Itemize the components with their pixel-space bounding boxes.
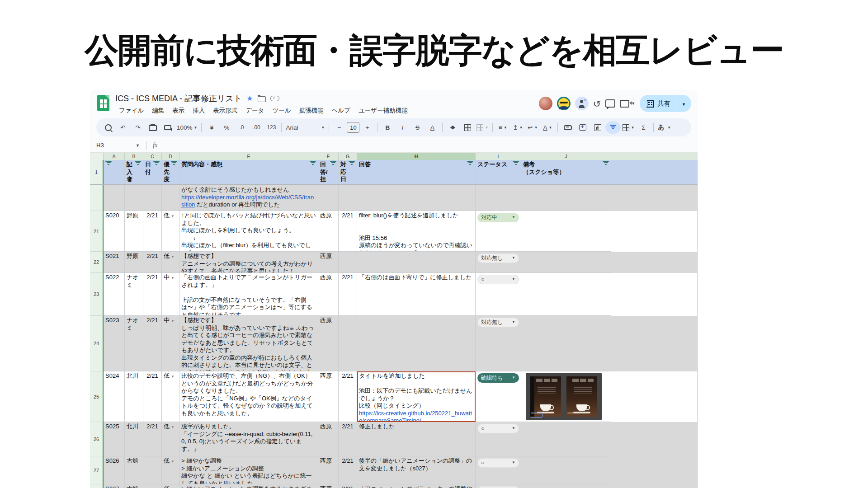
cell-id[interactable] bbox=[104, 185, 125, 211]
cell-owner[interactable]: 西原 bbox=[318, 211, 339, 252]
menu-extensions[interactable]: 拡張機能 bbox=[296, 106, 327, 116]
cell-question[interactable]: 「右側の画面下よりでアニメーションがトリガーされます。」 上記の文が不自然になっ… bbox=[179, 273, 318, 316]
add-comment-icon[interactable] bbox=[576, 121, 590, 134]
cell-answer[interactable] bbox=[357, 252, 476, 273]
vertical-align-icon[interactable]: ↥▼ bbox=[510, 121, 525, 134]
row-number[interactable]: 27 bbox=[90, 456, 104, 484]
row-number[interactable]: 25 bbox=[90, 371, 104, 422]
column-letter[interactable]: J bbox=[521, 153, 611, 160]
search-icon[interactable] bbox=[101, 121, 115, 134]
cell-priority[interactable]: 低▼ bbox=[162, 252, 179, 273]
bold-icon[interactable]: B bbox=[380, 121, 395, 134]
menu-accessibility[interactable]: ユーザー補助機能 bbox=[355, 106, 411, 116]
status-chip[interactable]: ○▼ bbox=[477, 424, 519, 433]
cell-owner[interactable] bbox=[318, 185, 339, 211]
cell-question[interactable]: > 細かいアニメーションの調整をするとさまざまな表現ができます。ここではいくつか… bbox=[179, 484, 318, 488]
cell-question[interactable]: 【感想です】 しっぽり明朝、味があっていいですよね☕ ふわっと出てくる感じがコー… bbox=[179, 316, 318, 371]
cell-date[interactable]: 2/21 bbox=[143, 273, 162, 316]
filter-icon[interactable] bbox=[513, 161, 519, 165]
cell-author[interactable] bbox=[125, 185, 143, 211]
filter-icon[interactable] bbox=[330, 161, 336, 165]
column-header-cell[interactable]: 日付 bbox=[143, 160, 162, 184]
cell-status[interactable]: ○▼ bbox=[476, 456, 521, 484]
cell-done-date[interactable]: 2/21 bbox=[339, 273, 357, 316]
cell-priority[interactable]: 低▼ bbox=[162, 422, 179, 456]
sheets-logo[interactable] bbox=[97, 95, 109, 111]
cell-owner[interactable]: 西原 bbox=[318, 422, 339, 456]
text-rotate-icon[interactable]: A▼ bbox=[540, 121, 555, 134]
column-header-cell[interactable] bbox=[104, 160, 125, 184]
filter-icon[interactable] bbox=[105, 161, 112, 165]
cell-owner[interactable]: 西原 bbox=[318, 252, 339, 273]
increase-font-button[interactable]: + bbox=[360, 121, 374, 134]
decrease-font-button[interactable]: − bbox=[332, 121, 346, 134]
cell-author[interactable]: 古舘 bbox=[125, 484, 143, 488]
column-header-cell[interactable]: 備考 （スクショ等） bbox=[521, 160, 611, 184]
menu-view[interactable]: 表示 bbox=[169, 106, 188, 116]
column-header-cell[interactable]: 質問内容・感想 bbox=[179, 160, 318, 184]
history-icon[interactable]: ↺ bbox=[593, 99, 601, 108]
cell-remarks[interactable] bbox=[521, 422, 611, 456]
cell-answer[interactable]: 「右側のは画面下寄りで」に修正しました bbox=[357, 273, 476, 316]
link-icon[interactable] bbox=[561, 121, 575, 134]
cell-answer[interactable]: 後半の「細かいアニメーションの調整」の文を変更しました（s027） bbox=[357, 456, 476, 484]
filter-icon[interactable] bbox=[171, 161, 177, 165]
cell-author[interactable]: 北川 bbox=[125, 371, 143, 422]
cell-priority[interactable] bbox=[162, 185, 179, 211]
cell-owner[interactable]: 西原 bbox=[318, 371, 339, 422]
cell-done-date[interactable]: 2/21 bbox=[339, 211, 357, 252]
comment-icon[interactable] bbox=[605, 99, 615, 108]
ime-icon[interactable]: あ▼ bbox=[656, 121, 672, 134]
cell-priority[interactable]: 低▼ bbox=[162, 484, 179, 488]
status-chip[interactable]: 確認待ち▼ bbox=[477, 373, 519, 383]
row-number[interactable]: 23 bbox=[90, 273, 104, 316]
cell-date[interactable]: 2/21 bbox=[143, 371, 162, 422]
status-chip[interactable]: ○▼ bbox=[477, 486, 519, 488]
menu-insert[interactable]: 挿入 bbox=[189, 106, 208, 116]
filter-views-icon[interactable]: ▼ bbox=[621, 121, 636, 134]
cell-id[interactable]: S020 bbox=[104, 211, 125, 252]
paint-format-icon[interactable] bbox=[160, 121, 175, 134]
column-header-cell[interactable]: 回答 bbox=[357, 160, 476, 184]
status-chip[interactable]: 対応無し▼ bbox=[477, 253, 519, 263]
cell-id[interactable]: S025 bbox=[104, 422, 125, 456]
cell-id[interactable]: S024 bbox=[104, 371, 125, 422]
sigma-icon[interactable]: Σ bbox=[636, 121, 651, 134]
row-number[interactable]: 28 bbox=[90, 484, 104, 488]
cell-question[interactable]: ↑と同じでぼかしもパッと結び付けづらいなと思いました。 出現にぼかしを利用しても… bbox=[179, 211, 318, 252]
doc-title[interactable]: ICS - ICS MEDIA - 記事修正リスト bbox=[115, 93, 242, 104]
column-letter[interactable]: E bbox=[179, 153, 318, 160]
menu-edit[interactable]: 編集 bbox=[148, 106, 168, 116]
cell-status[interactable]: 確認待ち▼ bbox=[476, 371, 521, 422]
cell-date[interactable] bbox=[143, 484, 162, 488]
cell-owner[interactable]: 西原 bbox=[318, 484, 339, 488]
cell-author[interactable]: ナオミ bbox=[125, 273, 143, 316]
cell-date[interactable] bbox=[143, 185, 162, 211]
cell-date[interactable]: 2/21 bbox=[143, 252, 162, 273]
cell-answer[interactable]: 「アニメーションのパラメーターの調整や使うプロパティーを変えることでふわっと出現… bbox=[357, 484, 476, 488]
filter-icon[interactable] bbox=[467, 161, 473, 165]
column-header-cell[interactable]: ステータス bbox=[476, 160, 521, 184]
cell-answer[interactable]: filter: blur()を使う記述を追加しました 池田 15:56 原稿のほ… bbox=[357, 211, 476, 252]
cell-priority[interactable]: 中▼ bbox=[162, 273, 179, 316]
font-select[interactable]: Arial▼ bbox=[284, 121, 326, 134]
cell-id[interactable]: S021 bbox=[104, 252, 125, 273]
row-number[interactable] bbox=[90, 185, 104, 211]
person-presence-icon[interactable] bbox=[575, 97, 589, 110]
borders-icon[interactable] bbox=[460, 121, 475, 134]
cell-question[interactable]: > 細やかな調整 > 細かいアニメーションの調整 細やかな と 細かい という表… bbox=[179, 456, 318, 484]
collaborator-avatar[interactable] bbox=[539, 97, 552, 110]
cell-done-date[interactable] bbox=[339, 185, 357, 211]
name-box[interactable]: H3 ▼ bbox=[90, 142, 143, 149]
column-letter[interactable]: C bbox=[143, 153, 162, 160]
status-chip[interactable]: 対応無し▼ bbox=[477, 318, 519, 327]
cell-remarks[interactable] bbox=[521, 316, 611, 371]
cell-done-date[interactable] bbox=[339, 252, 357, 273]
cell-question[interactable]: 【感想です】 アニメーションの調整についての考え方がわかりやすくて、参考になる記… bbox=[179, 252, 318, 273]
cell-owner[interactable]: 西原 bbox=[318, 456, 339, 484]
cell-author[interactable]: ナオミ bbox=[125, 316, 143, 371]
cell-author[interactable]: 古舘 bbox=[125, 456, 143, 484]
status-chip[interactable]: ○▼ bbox=[477, 275, 519, 284]
font-size-input[interactable]: 10 bbox=[347, 122, 359, 133]
filter-icon[interactable] bbox=[135, 161, 141, 165]
